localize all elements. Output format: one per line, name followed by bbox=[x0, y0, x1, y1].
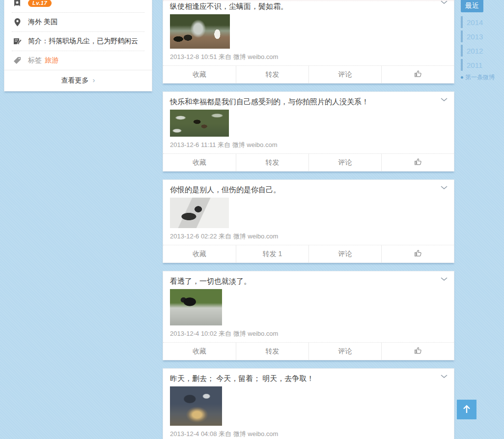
source-link[interactable]: 微博 weibo.com bbox=[233, 330, 279, 337]
post-text: 昨天，删去； 今天，留着； 明天，去争取！ bbox=[170, 374, 447, 383]
timeline-years: 2014201320122011 bbox=[461, 15, 504, 72]
source-link[interactable]: 微博 weibo.com bbox=[233, 233, 279, 240]
source-link[interactable]: 微博 weibo.com bbox=[233, 53, 279, 60]
source-label: 来自 bbox=[219, 53, 231, 60]
timeline-year-2013[interactable]: 2013 bbox=[461, 29, 504, 44]
favorite-button[interactable]: 收藏 bbox=[163, 154, 236, 171]
tags-label: 标签 bbox=[28, 56, 42, 64]
post-timestamp: 2013-12-8 10:51 bbox=[170, 53, 217, 60]
profile-location: 海外 美国 bbox=[28, 18, 57, 27]
post-card: 昨天，删去； 今天，留着； 明天，去争取！ 2013-12-4 04:08 来自… bbox=[163, 368, 454, 439]
timeline-recent-button[interactable]: 最近 bbox=[461, 0, 483, 12]
post-text: 快乐和幸福都是我们自己感受到的，与你拍照片的人没关系！ bbox=[170, 97, 447, 107]
like-button[interactable] bbox=[381, 66, 454, 83]
profile-level-row: Lv.17 bbox=[12, 0, 144, 13]
timeline-navigator: 最近 2014201320122011 第一条微博 bbox=[461, 0, 504, 82]
scroll-to-top-button[interactable] bbox=[457, 400, 476, 419]
profile-tags-row: 标签旅游 bbox=[12, 51, 144, 70]
post-meta: 2013-12-4 10:02 来自 微博 weibo.com bbox=[170, 329, 447, 338]
chevron-down-icon[interactable] bbox=[439, 184, 449, 191]
repost-button[interactable]: 转发 bbox=[236, 66, 308, 83]
post-card: 你恨的是别人，但伤的是你自己。 2013-12-6 02:22 来自 微博 we… bbox=[163, 179, 454, 263]
profile-bio: 简介：抖落职场凡尘，已为野鹤闲云 bbox=[28, 37, 138, 46]
thumbs-up-icon bbox=[414, 69, 422, 80]
repost-button[interactable]: 转发 bbox=[236, 154, 308, 171]
post-timestamp: 2013-12-4 04:08 bbox=[170, 430, 217, 438]
post-text: 你恨的是别人，但伤的是你自己。 bbox=[170, 185, 447, 195]
dramatic-sky-gulls-photo[interactable] bbox=[170, 386, 222, 426]
chevron-down-icon[interactable] bbox=[439, 0, 449, 5]
chevron-down-icon[interactable] bbox=[439, 275, 449, 282]
view-more-button[interactable]: 查看更多› bbox=[4, 70, 152, 91]
post-card: 看透了，一切也就淡了。 2013-12-4 10:02 来自 微博 weibo.… bbox=[163, 271, 454, 360]
thumbs-up-icon bbox=[414, 249, 422, 259]
location-pin-icon bbox=[13, 18, 22, 27]
post-card: 快乐和幸福都是我们自己感受到的，与你拍照片的人没关系！ 2013-12-6 11… bbox=[163, 91, 454, 172]
post-meta: 2013-12-4 04:08 来自 微博 weibo.com bbox=[170, 430, 447, 439]
chevron-right-icon: › bbox=[93, 76, 95, 84]
badge-star-icon bbox=[13, 0, 22, 7]
source-label: 来自 bbox=[218, 141, 230, 148]
edit-pen-icon bbox=[13, 37, 22, 46]
favorite-button[interactable]: 收藏 bbox=[163, 66, 236, 83]
cormorants-and-egret-pond-photo[interactable] bbox=[170, 14, 230, 49]
post-text: 纵使相逢应不识，尘螨面，鬓如霜。 bbox=[170, 1, 447, 11]
source-label: 来自 bbox=[219, 233, 231, 240]
husky-dog-on-steps-photo[interactable] bbox=[170, 198, 229, 228]
source-label: 来自 bbox=[219, 330, 231, 337]
post-text: 看透了，一切也就淡了。 bbox=[170, 276, 447, 286]
post-feed: 纵使相逢应不识，尘螨面，鬓如霜。 2013-12-8 10:51 来自 微博 w… bbox=[163, 0, 454, 439]
profile-info-card: Lv.17 海外 美国 简介：抖落职场凡尘，已为野鹤闲云 标签旅游 查看更多› bbox=[4, 0, 152, 91]
repost-button[interactable]: 转发 bbox=[236, 343, 308, 360]
post-action-bar: 收藏 转发 1 评论 bbox=[163, 245, 454, 263]
source-link[interactable]: 微博 weibo.com bbox=[232, 141, 278, 148]
timeline-year-2014[interactable]: 2014 bbox=[461, 15, 504, 29]
post-meta: 2013-12-6 11:11 来自 微博 weibo.com bbox=[170, 141, 447, 149]
thumbs-up-icon bbox=[414, 346, 422, 356]
thumbs-up-icon bbox=[414, 157, 422, 168]
comment-button[interactable]: 评论 bbox=[308, 154, 381, 171]
profile-bio-row: 简介：抖落职场凡尘，已为野鹤闲云 bbox=[12, 32, 144, 51]
black-cat-on-rocks-photo[interactable] bbox=[170, 289, 222, 325]
level-badge[interactable]: Lv.17 bbox=[28, 0, 52, 7]
post-action-bar: 收藏 转发 评论 bbox=[163, 342, 454, 360]
comment-button[interactable]: 评论 bbox=[308, 343, 381, 360]
comment-button[interactable]: 评论 bbox=[308, 245, 381, 263]
post-timestamp: 2013-12-6 11:11 bbox=[170, 141, 216, 148]
post-timestamp: 2013-12-6 02:22 bbox=[170, 233, 217, 240]
repost-button[interactable]: 转发 1 bbox=[236, 245, 308, 263]
like-button[interactable] bbox=[381, 245, 454, 263]
timeline-year-2012[interactable]: 2012 bbox=[461, 44, 504, 58]
favorite-button[interactable]: 收藏 bbox=[163, 245, 236, 263]
tag-link-travel[interactable]: 旅游 bbox=[45, 56, 58, 64]
ducks-swimming-lake-photo[interactable] bbox=[170, 110, 229, 137]
post-action-bar: 收藏 转发 评论 bbox=[163, 65, 454, 83]
source-label: 来自 bbox=[219, 430, 231, 438]
post-meta: 2013-12-8 10:51 来自 微博 weibo.com bbox=[170, 53, 447, 61]
post-action-bar: 收藏 转发 评论 bbox=[163, 153, 454, 171]
like-button[interactable] bbox=[381, 343, 454, 360]
chevron-down-icon[interactable] bbox=[439, 96, 449, 103]
tag-icon bbox=[13, 56, 22, 65]
comment-button[interactable]: 评论 bbox=[308, 66, 381, 83]
profile-location-row: 海外 美国 bbox=[12, 13, 144, 32]
post-timestamp: 2013-12-4 10:02 bbox=[170, 330, 217, 337]
arrow-up-icon bbox=[461, 404, 472, 416]
favorite-button[interactable]: 收藏 bbox=[163, 343, 236, 360]
timeline-dot-icon bbox=[461, 76, 463, 79]
timeline-year-2011[interactable]: 2011 bbox=[461, 58, 504, 72]
post-card: 纵使相逢应不识，尘螨面，鬓如霜。 2013-12-8 10:51 来自 微博 w… bbox=[163, 0, 454, 84]
source-link[interactable]: 微博 weibo.com bbox=[233, 430, 279, 438]
like-button[interactable] bbox=[381, 154, 454, 171]
chevron-down-icon[interactable] bbox=[439, 373, 449, 380]
timeline-first-post-link[interactable]: 第一条微博 bbox=[461, 73, 504, 82]
post-meta: 2013-12-6 02:22 来自 微博 weibo.com bbox=[170, 232, 447, 241]
